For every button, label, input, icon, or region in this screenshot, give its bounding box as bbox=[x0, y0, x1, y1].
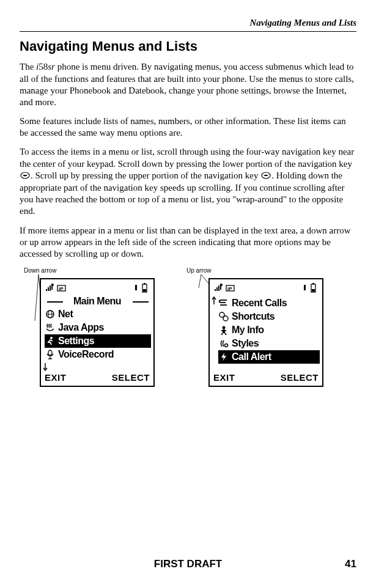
svg-point-37 bbox=[225, 344, 228, 347]
rule bbox=[20, 31, 356, 32]
menu-label: VoiceRecord bbox=[58, 348, 114, 361]
menu-item-call-alert[interactable]: Call Alert bbox=[218, 350, 320, 364]
menu-item-shortcuts[interactable]: Shortcuts bbox=[218, 310, 320, 323]
signal-icon bbox=[46, 284, 54, 292]
menu-item-styles[interactable]: Styles bbox=[218, 337, 320, 350]
menu-label: Settings bbox=[58, 335, 94, 347]
softkeys: EXIT SELECT bbox=[213, 372, 319, 383]
nav-down-icon bbox=[20, 171, 30, 182]
menu-item-settings[interactable]: Settings bbox=[45, 334, 151, 348]
svg-rect-33 bbox=[223, 329, 225, 333]
menu-label: Call Alert bbox=[232, 351, 271, 363]
text: To access the items in a menu or list, s… bbox=[20, 147, 354, 168]
status-right bbox=[134, 283, 149, 293]
svg-rect-22 bbox=[304, 285, 306, 290]
text: . Scroll up by pressing the upper portio… bbox=[31, 171, 260, 180]
softkey-select[interactable]: SELECT bbox=[112, 372, 150, 383]
softkey-exit[interactable]: EXIT bbox=[213, 372, 235, 383]
one-icon bbox=[134, 284, 139, 292]
menu-items: Recent Calls Shortcuts My Info Styles Ca… bbox=[210, 295, 322, 364]
circles-icon bbox=[218, 311, 229, 322]
menu-items: Net Java Apps Settings VoiceRecord bbox=[41, 307, 153, 361]
page-heading: Navigating Menus and Lists bbox=[20, 38, 356, 55]
svg-rect-25 bbox=[312, 289, 315, 292]
text: The bbox=[20, 62, 36, 72]
menu-label: Shortcuts bbox=[232, 311, 275, 323]
menu-item-java[interactable]: Java Apps bbox=[45, 321, 151, 334]
runner-icon bbox=[45, 336, 56, 347]
menu-title: Main Menu bbox=[73, 295, 121, 307]
svg-line-17 bbox=[199, 274, 201, 288]
menu-item-recent-calls[interactable]: Recent Calls bbox=[218, 296, 320, 310]
title-line bbox=[47, 301, 63, 303]
page-number: 41 bbox=[345, 557, 356, 571]
figure-down-arrow: Down arrow iP Main Menu bbox=[23, 267, 155, 387]
text: phone is menu driven. By navigating menu… bbox=[20, 62, 354, 107]
svg-line-2 bbox=[35, 274, 39, 321]
running-head: Navigating Menus and Lists bbox=[20, 17, 356, 29]
person-icon bbox=[218, 325, 229, 336]
model-num: 58 bbox=[39, 62, 48, 72]
phone-screen: iP Main Menu Net Java Apps bbox=[40, 278, 155, 387]
svg-rect-10 bbox=[143, 289, 146, 292]
svg-point-4 bbox=[51, 284, 54, 286]
nav-up-icon bbox=[261, 171, 271, 182]
battery-icon bbox=[310, 283, 317, 293]
paragraph-2: Some features include lists of names, nu… bbox=[20, 116, 356, 139]
paragraph-4: If more items appear in a menu or list t… bbox=[20, 225, 356, 260]
menu-label: Java Apps bbox=[58, 322, 104, 334]
svg-line-35 bbox=[221, 333, 223, 335]
menu-title-row: Main Menu bbox=[41, 295, 153, 307]
bolt-icon bbox=[218, 351, 229, 362]
menu-item-net[interactable]: Net bbox=[45, 307, 151, 321]
title-line bbox=[133, 301, 149, 303]
svg-rect-9 bbox=[144, 283, 146, 284]
battery-icon bbox=[141, 283, 149, 293]
svg-point-32 bbox=[223, 326, 226, 329]
figure-up-arrow: Up arrow iP Recent Calls bbox=[191, 267, 323, 387]
globe-icon bbox=[45, 309, 56, 320]
menu-label: Net bbox=[58, 308, 73, 320]
softkey-select[interactable]: SELECT bbox=[281, 372, 319, 383]
figure-row: Down arrow iP Main Menu bbox=[20, 267, 356, 387]
packet-icon: iP bbox=[226, 284, 235, 292]
footer: FIRST DRAFT 41 bbox=[20, 557, 356, 571]
svg-rect-7 bbox=[135, 285, 137, 290]
status-bar: iP bbox=[210, 279, 322, 295]
phone-screen: iP Recent Calls Shortcuts bbox=[208, 278, 323, 387]
mic-icon bbox=[45, 349, 56, 360]
packet-icon: iP bbox=[57, 284, 67, 292]
steam-icon bbox=[45, 322, 56, 333]
menu-label: My Info bbox=[232, 324, 264, 336]
svg-text:iP: iP bbox=[227, 286, 232, 292]
status-left: iP bbox=[46, 284, 67, 292]
ring-icon bbox=[218, 338, 229, 349]
svg-text:iP: iP bbox=[59, 286, 64, 292]
svg-point-31 bbox=[223, 316, 228, 321]
list-icon bbox=[218, 298, 229, 309]
down-arrow-icon bbox=[42, 362, 48, 371]
svg-point-19 bbox=[220, 284, 223, 286]
menu-label: Recent Calls bbox=[232, 297, 287, 309]
paragraph-1: The i58sr phone is menu driven. By navig… bbox=[20, 61, 356, 108]
svg-rect-24 bbox=[312, 283, 314, 284]
softkeys: EXIT SELECT bbox=[45, 372, 150, 383]
status-bar: iP bbox=[41, 279, 153, 295]
signal-icon bbox=[215, 284, 223, 292]
footer-text: FIRST DRAFT bbox=[154, 557, 222, 571]
one-icon bbox=[303, 284, 308, 292]
status-right bbox=[303, 283, 317, 293]
svg-line-36 bbox=[225, 333, 226, 335]
menu-item-voicerecord[interactable]: VoiceRecord bbox=[45, 348, 151, 361]
menu-item-my-info[interactable]: My Info bbox=[218, 323, 320, 337]
svg-point-14 bbox=[50, 337, 53, 339]
menu-label: Styles bbox=[232, 337, 259, 350]
model-sr: sr bbox=[48, 62, 55, 72]
status-left: iP bbox=[215, 284, 235, 292]
svg-point-15 bbox=[48, 350, 52, 355]
softkey-exit[interactable]: EXIT bbox=[45, 372, 66, 383]
paragraph-3: To access the items in a menu or list, s… bbox=[20, 146, 356, 217]
up-arrow-icon bbox=[211, 296, 217, 305]
